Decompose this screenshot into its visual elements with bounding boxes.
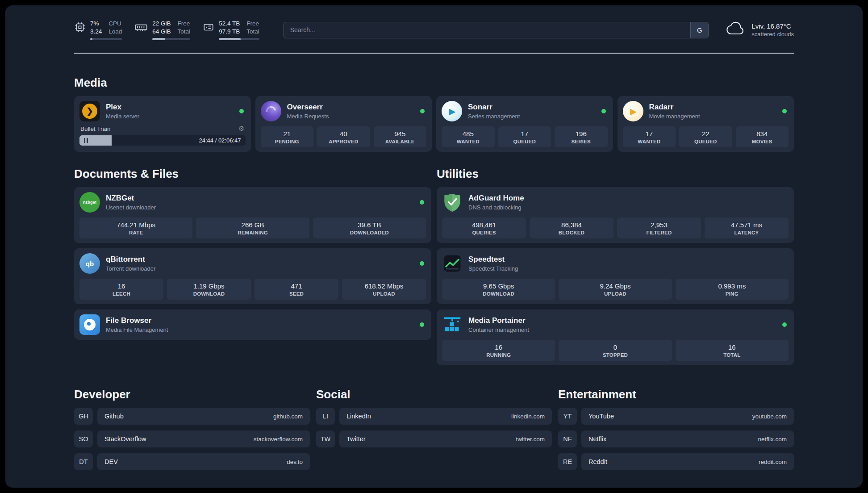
bookmark-abbr[interactable]: TW xyxy=(316,430,335,447)
stat-label: STOPPED xyxy=(560,352,670,358)
bookmark-dev[interactable]: DT DEV dev.to xyxy=(74,453,310,470)
bookmark-link[interactable]: LinkedIn linkedin.com xyxy=(339,408,552,425)
app-header: ❯ Plex Media server xyxy=(79,100,246,122)
pause-button[interactable] xyxy=(84,138,88,143)
stat-label: UPLOAD xyxy=(560,291,670,297)
adguard-icon xyxy=(442,192,463,213)
disk-free-label: Free xyxy=(246,20,259,28)
bookmark-group-social: Social LI LinkedIn linkedin.com TW Twitt… xyxy=(316,388,552,476)
gear-icon[interactable]: ⚙ xyxy=(238,125,244,133)
stat-value: 40 xyxy=(319,130,368,138)
stat-label: WANTED xyxy=(443,139,493,144)
screen-frame: 7% 3.24 CPU Load xyxy=(0,0,868,493)
bookmark-abbr[interactable]: RE xyxy=(558,453,577,470)
app-card-portainer[interactable]: Media Portainer Container management 16 … xyxy=(437,309,794,365)
bookmark-stackoverflow[interactable]: SO StackOverflow stackoverflow.com xyxy=(74,430,310,447)
ram-total-value: 64 GiB xyxy=(152,28,171,36)
ram-stat-body: 22 GiB 64 GiB Free Total xyxy=(152,20,190,40)
bookmark-name: DEV xyxy=(104,458,118,465)
stat-value: 9.65 Gbps xyxy=(444,282,553,290)
stat-tile-ping: 0.993 ms PING xyxy=(676,279,789,300)
bookmark-link[interactable]: StackOverflow stackoverflow.com xyxy=(97,430,310,447)
app-card-speedtest[interactable]: Speedtest Speedtest Tracking 9.65 Gbps D… xyxy=(437,248,794,304)
stat-label: PING xyxy=(677,291,787,297)
app-name: Radarr xyxy=(649,103,700,112)
disk-total-label: Total xyxy=(246,28,259,36)
status-dot xyxy=(420,322,424,327)
bookmark-name: Github xyxy=(104,413,124,420)
bookmark-url: dev.to xyxy=(287,459,303,465)
bookmark-linkedin[interactable]: LI LinkedIn linkedin.com xyxy=(316,408,552,425)
bookmark-netflix[interactable]: NF Netflix netflix.com xyxy=(558,430,794,447)
app-card-filebrowser[interactable]: File Browser Media File Management xyxy=(74,309,431,340)
cpu-label: CPU xyxy=(108,20,122,28)
bookmark-abbr[interactable]: DT xyxy=(74,453,93,470)
stat-value: 196 xyxy=(556,130,606,138)
bookmark-link[interactable]: DEV dev.to xyxy=(97,453,310,470)
stat-value: 86,384 xyxy=(531,221,612,229)
bookmark-abbr[interactable]: SO xyxy=(74,430,93,447)
bookmark-rows: YT YouTube youtube.com NF Netflix netfli… xyxy=(558,408,794,470)
filebrowser-icon xyxy=(79,314,100,335)
disk-progress-bar xyxy=(219,38,259,40)
section-title-media: Media xyxy=(74,76,794,90)
bookmark-link[interactable]: Netflix netflix.com xyxy=(581,430,794,447)
bookmark-url: youtube.com xyxy=(752,413,787,420)
bookmark-github[interactable]: GH Github github.com xyxy=(74,408,310,425)
bookmark-twitter[interactable]: TW Twitter twitter.com xyxy=(316,430,552,447)
bookmark-name: YouTube xyxy=(588,413,614,420)
bookmark-link[interactable]: Twitter twitter.com xyxy=(339,430,552,447)
cpu-load-value: 3.24 xyxy=(90,28,102,36)
now-playing-title: Bullet Train xyxy=(80,125,111,132)
section-title-utilities: Utilities xyxy=(437,167,794,181)
stat-tile-remaining: 266 GB REMAINING xyxy=(196,217,309,238)
bookmark-name: StackOverflow xyxy=(104,435,146,443)
app-name: NZBGet xyxy=(106,194,156,203)
playback-progress-bar[interactable]: 24:44 / 02:06:47 xyxy=(79,135,246,146)
ram-icon xyxy=(134,21,148,33)
stat-label: SERIES xyxy=(556,139,606,144)
top-bar: 7% 3.24 CPU Load xyxy=(74,20,794,40)
stat-tile-wanted: 485 WANTED xyxy=(442,126,495,147)
stat-label: AVAILABLE xyxy=(376,139,425,144)
stat-tile-queued: 22 QUEUED xyxy=(679,126,732,147)
app-card-qbittorrent[interactable]: qb qBittorrent Torrent downloader 16 LEE… xyxy=(74,248,431,304)
bookmark-url: reddit.com xyxy=(759,459,787,465)
bookmark-abbr[interactable]: NF xyxy=(558,430,577,447)
stat-tile-series: 196 SERIES xyxy=(555,126,608,147)
app-card-radarr[interactable]: ▶ Radarr Movie management 17 WANTED 22 Q… xyxy=(618,96,794,152)
bookmark-link[interactable]: Reddit reddit.com xyxy=(581,453,794,470)
status-dot xyxy=(420,261,424,266)
app-card-nzbget[interactable]: nzbget NZBGet Usenet downloader 744.21 M… xyxy=(74,187,431,243)
stat-value: 39.6 TB xyxy=(315,221,424,229)
stat-tile-filtered: 2,953 FILTERED xyxy=(617,217,701,238)
stat-tiles: 744.21 Mbps RATE 266 GB REMAINING 39.6 T… xyxy=(79,217,426,238)
bookmark-abbr[interactable]: GH xyxy=(74,408,93,425)
stat-tile-latency: 47.571 ms LATENCY xyxy=(705,217,789,238)
app-card-sonarr[interactable]: ▶ Sonarr Series management 485 WANTED 17… xyxy=(436,96,613,152)
bookmark-url: stackoverflow.com xyxy=(254,436,303,443)
app-card-adguard[interactable]: AdGuard Home DNS and adblocking 498,461 … xyxy=(437,187,794,243)
bookmark-abbr[interactable]: YT xyxy=(558,408,577,425)
app-card-overseerr[interactable]: Overseerr Media Requests 21 PENDING 40 A… xyxy=(255,96,432,152)
bookmark-reddit[interactable]: RE Reddit reddit.com xyxy=(558,453,794,470)
bookmark-abbr[interactable]: LI xyxy=(316,408,335,425)
stat-tile-queries: 498,461 QUERIES xyxy=(442,217,526,238)
bookmark-link[interactable]: Github github.com xyxy=(97,408,310,425)
ram-stat-widget: 22 GiB 64 GiB Free Total xyxy=(134,20,190,40)
utilities-stack: AdGuard Home DNS and adblocking 498,461 … xyxy=(437,187,794,365)
search-provider-button[interactable]: G xyxy=(690,22,708,38)
app-description: Series management xyxy=(468,113,520,120)
bookmark-group-entertainment: Entertainment YT YouTube youtube.com NF … xyxy=(558,388,794,476)
stat-value: 485 xyxy=(443,130,493,138)
playback-time: 24:44 / 02:06:47 xyxy=(199,137,246,144)
bookmark-link[interactable]: YouTube youtube.com xyxy=(581,408,794,425)
app-meta: Media Portainer Container management xyxy=(468,316,529,333)
app-card-plex[interactable]: ❯ Plex Media server Bullet Train ⚙ 24:44… xyxy=(74,96,251,152)
app-description: Speedtest Tracking xyxy=(468,265,518,272)
app-description: Media server xyxy=(106,113,139,120)
search-input[interactable] xyxy=(284,22,709,38)
cpu-stat-body: 7% 3.24 CPU Load xyxy=(90,20,122,40)
bookmark-youtube[interactable]: YT YouTube youtube.com xyxy=(558,408,794,425)
stat-tile-available: 945 AVAILABLE xyxy=(374,126,427,147)
